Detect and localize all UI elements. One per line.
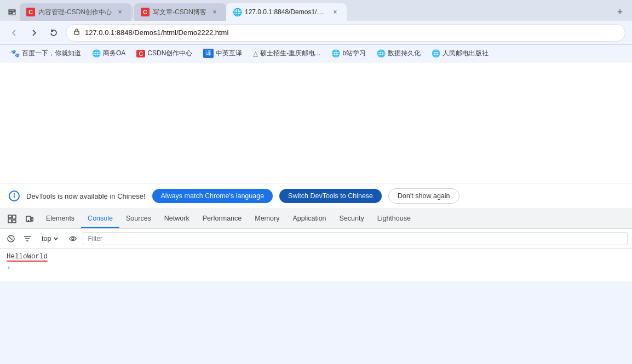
- devtools-notification: i DevTools is now available in Chinese! …: [0, 183, 632, 209]
- hello-world-text: HelloWorld: [7, 253, 48, 261]
- svg-rect-5: [13, 220, 16, 223]
- svg-rect-7: [31, 217, 33, 221]
- tab-1[interactable]: C 内容管理-CSDN创作中心 ×: [20, 3, 131, 21]
- devtools-tab-elements[interactable]: Elements: [39, 209, 81, 228]
- devtools-panel: Elements Console Sources Network Perform…: [0, 209, 632, 281]
- filter-toggle-button[interactable]: [21, 232, 34, 245]
- tab-2-favicon: C: [141, 8, 150, 16]
- tab-bar-left: [4, 4, 20, 20]
- switch-devtools-button[interactable]: Switch DevTools to Chinese: [279, 189, 382, 203]
- console-filter-input[interactable]: [83, 232, 628, 245]
- devtools-inspect-button[interactable]: [4, 211, 20, 227]
- console-prompt[interactable]: ›: [7, 262, 625, 274]
- notification-text: DevTools is now available in Chinese!: [26, 192, 146, 200]
- address-text: 127.0.0.1:8848/Demos1/html/Demo2222.html: [85, 28, 618, 37]
- tab-1-label: 内容管理-CSDN创作中心: [38, 8, 112, 17]
- devtools-tab-memory[interactable]: Memory: [248, 209, 286, 228]
- dont-show-again-button[interactable]: Don't show again: [388, 188, 459, 204]
- forward-button[interactable]: [26, 25, 42, 41]
- bookmarks-bar: 🐾 百度一下，你就知道 🌐 商务OA C CSDN创作中心 译 中英互译 △ 硕…: [0, 45, 632, 62]
- tab-2-close[interactable]: ×: [210, 7, 220, 17]
- console-output: HelloWorld ›: [0, 249, 632, 281]
- devtools-tab-network[interactable]: Network: [158, 209, 196, 228]
- address-underline-wrap: 127.0.0.1:8848/Demos1/html/Demo2222.html: [85, 28, 228, 37]
- tab-1-close[interactable]: ×: [115, 7, 125, 17]
- new-tab-button[interactable]: +: [612, 4, 628, 20]
- address-bar[interactable]: 127.0.0.1:8848/Demos1/html/Demo2222.html: [66, 24, 625, 42]
- bookmark-translate[interactable]: 译 中英互译: [199, 47, 246, 60]
- tab-3-favicon: 🌐: [233, 8, 242, 16]
- devtools-tab-performance[interactable]: Performance: [196, 209, 249, 228]
- bookmark-bilibili[interactable]: 🌐 b站学习: [327, 47, 370, 60]
- devtools-tab-console[interactable]: Console: [81, 209, 119, 228]
- svg-rect-4: [13, 215, 16, 219]
- svg-rect-2: [8, 215, 12, 218]
- tab-separator-1: [133, 7, 133, 18]
- tab-3[interactable]: 🌐 127.0.0.1:8848/Demos1/html ×: [226, 3, 347, 21]
- devtools-tab-lighthouse[interactable]: Lighthouse: [371, 209, 417, 228]
- tab-2[interactable]: C 写文章-CSDN博客 ×: [134, 3, 226, 21]
- info-icon: i: [9, 190, 20, 201]
- bookmark-baidu[interactable]: 🐾 百度一下，你就知道: [7, 47, 85, 60]
- secure-icon: [73, 28, 81, 37]
- svg-point-12: [72, 238, 74, 240]
- address-url: 127.0.0.1:8848/Demos1/html/Demo2222.html: [85, 28, 228, 37]
- console-log-helloworld: HelloWorld: [7, 252, 625, 262]
- svg-rect-1: [74, 31, 79, 34]
- tab-dropdown-button[interactable]: [4, 4, 20, 20]
- page-content: [0, 62, 632, 183]
- devtools-tabs: Elements Console Sources Network Perform…: [39, 209, 628, 228]
- tabs-container: C 内容管理-CSDN创作中心 × C 写文章-CSDN博客 × 🌐 127.0…: [20, 3, 610, 21]
- devtools-tab-security[interactable]: Security: [333, 209, 371, 228]
- bookmark-mail[interactable]: 🌐 人民邮电出版社: [427, 47, 493, 60]
- svg-line-10: [9, 237, 13, 240]
- eye-filter-button[interactable]: [66, 232, 79, 245]
- svg-rect-3: [8, 219, 12, 223]
- bookmark-data[interactable]: 🌐 数据持久化: [372, 47, 425, 60]
- devtools-toolbar: Elements Console Sources Network Perform…: [0, 209, 632, 229]
- tab-3-close[interactable]: ×: [330, 7, 340, 17]
- reload-button[interactable]: [46, 25, 61, 41]
- context-label: top: [42, 235, 51, 242]
- svg-point-8: [28, 220, 28, 221]
- clear-console-button[interactable]: [4, 232, 18, 245]
- browser-frame: C 内容管理-CSDN创作中心 × C 写文章-CSDN博客 × 🌐 127.0…: [0, 0, 632, 281]
- devtools-tab-sources[interactable]: Sources: [119, 209, 158, 228]
- address-bar-row: 127.0.0.1:8848/Demos1/html/Demo2222.html: [0, 21, 632, 45]
- bookmark-grad[interactable]: △ 硕士招生-重庆邮电...: [249, 47, 325, 60]
- tab-bar: C 内容管理-CSDN创作中心 × C 写文章-CSDN博客 × 🌐 127.0…: [0, 0, 632, 21]
- tab-3-label: 127.0.0.1:8848/Demos1/html: [245, 8, 327, 16]
- tab-2-label: 写文章-CSDN博客: [153, 8, 206, 17]
- console-toolbar: top: [0, 229, 632, 249]
- context-selector[interactable]: top: [37, 233, 63, 244]
- chevron-down-icon: [53, 236, 59, 241]
- hello-underline: [7, 261, 48, 262]
- bookmark-oa[interactable]: 🌐 商务OA: [88, 47, 130, 60]
- devtools-tab-application[interactable]: Application: [286, 209, 332, 228]
- bookmark-csdn[interactable]: C CSDN创作中心: [132, 47, 197, 60]
- back-button[interactable]: [7, 25, 22, 41]
- tab-1-favicon: C: [26, 8, 35, 16]
- devtools-device-button[interactable]: [22, 211, 37, 227]
- always-match-button[interactable]: Always match Chrome's language: [152, 189, 273, 203]
